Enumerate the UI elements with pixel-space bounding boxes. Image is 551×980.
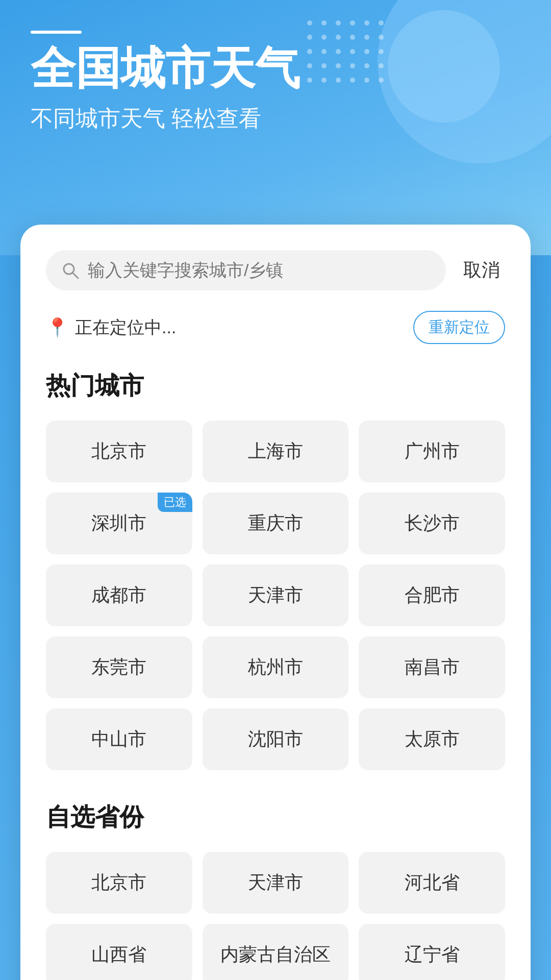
hot-city-button[interactable]: 北京市: [46, 421, 192, 482]
hot-city-button[interactable]: 上海市: [203, 421, 349, 482]
province-grid: 北京市天津市河北省山西省内蒙古自治区辽宁省吉林省黑龙江省上海市: [46, 852, 505, 980]
province-button[interactable]: 山西省: [46, 924, 192, 980]
provinces-title: 自选省份: [46, 801, 505, 834]
location-status: 📍 正在定位中...: [46, 316, 176, 339]
hot-city-button[interactable]: 成都市: [46, 565, 192, 626]
location-pin-icon: 📍: [46, 317, 69, 338]
hero-title: 全国城市天气: [31, 44, 520, 93]
hot-cities-grid: 北京市上海市广州市深圳市已选重庆市长沙市成都市天津市合肥市东莞市杭州市南昌市中山…: [46, 421, 505, 770]
svg-line-1: [73, 273, 78, 278]
hero-accent-line: [31, 31, 82, 34]
province-button[interactable]: 北京市: [46, 852, 192, 914]
hot-city-button[interactable]: 太原市: [359, 708, 505, 770]
hot-city-button[interactable]: 深圳市已选: [46, 493, 192, 554]
hot-city-button[interactable]: 长沙市: [359, 493, 505, 554]
cancel-button[interactable]: 取消: [458, 258, 505, 283]
search-icon: [61, 261, 80, 280]
hot-city-button[interactable]: 广州市: [359, 421, 505, 482]
location-row: 📍 正在定位中... 重新定位: [46, 311, 505, 344]
selected-badge: 已选: [158, 493, 192, 512]
relocate-button[interactable]: 重新定位: [413, 311, 505, 344]
search-bar[interactable]: [46, 250, 446, 290]
province-button[interactable]: 天津市: [203, 852, 349, 914]
hot-cities-section: 热门城市 北京市上海市广州市深圳市已选重庆市长沙市成都市天津市合肥市东莞市杭州市…: [46, 370, 505, 770]
location-status-text: 正在定位中...: [75, 316, 176, 339]
hero-subtitle: 不同城市天气 轻松查看: [31, 104, 520, 134]
hot-city-button[interactable]: 杭州市: [203, 636, 349, 698]
hot-city-button[interactable]: 东莞市: [46, 636, 192, 698]
hot-city-button[interactable]: 中山市: [46, 708, 192, 770]
province-button[interactable]: 河北省: [359, 852, 505, 914]
hot-city-button[interactable]: 沈阳市: [203, 708, 349, 770]
hero-section: 全国城市天气 不同城市天气 轻松查看: [0, 0, 551, 255]
hot-city-button[interactable]: 天津市: [203, 565, 349, 626]
provinces-section: 自选省份 北京市天津市河北省山西省内蒙古自治区辽宁省吉林省黑龙江省上海市: [46, 801, 505, 980]
hot-city-button[interactable]: 合肥市: [359, 565, 505, 626]
hot-city-button[interactable]: 重庆市: [203, 493, 349, 554]
search-row: 取消: [46, 250, 505, 290]
hot-city-button[interactable]: 南昌市: [359, 636, 505, 698]
hot-cities-title: 热门城市: [46, 370, 505, 402]
main-card: 取消 📍 正在定位中... 重新定位 热门城市 北京市上海市广州市深圳市已选重庆…: [20, 225, 531, 980]
search-input[interactable]: [88, 260, 431, 280]
province-button[interactable]: 内蒙古自治区: [203, 924, 349, 980]
province-button[interactable]: 辽宁省: [359, 924, 505, 980]
